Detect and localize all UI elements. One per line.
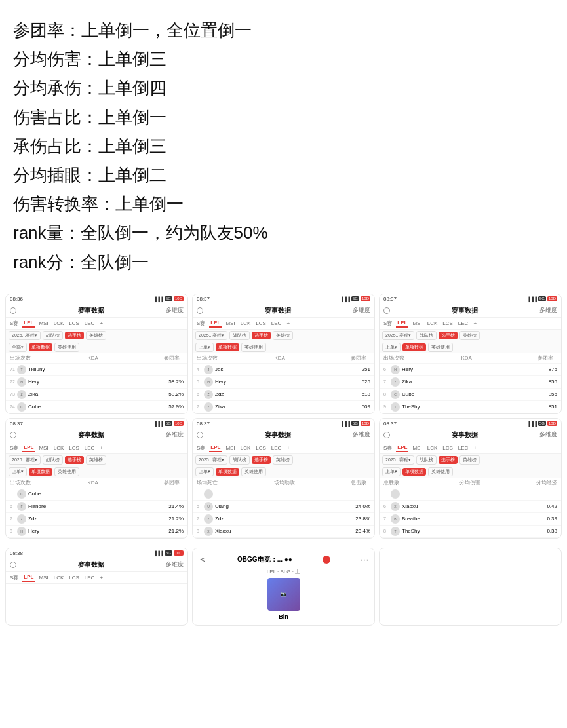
search-icon[interactable]: [197, 307, 203, 314]
tab-MSI[interactable]: MSI: [224, 444, 236, 451]
tab-LCK[interactable]: LCK: [52, 444, 66, 451]
sub-filter-[interactable]: 上单▾: [382, 343, 401, 352]
filter-[interactable]: 英雄榜: [459, 331, 480, 340]
filter-[interactable]: 战队榜: [43, 331, 63, 340]
multi-button[interactable]: 多维度: [166, 560, 184, 569]
sub-filter-[interactable]: 上单▾: [382, 467, 401, 476]
sub-filter-[interactable]: 英雄使用: [428, 467, 453, 476]
tab-LEC[interactable]: LEC: [270, 444, 283, 451]
sub-filter-[interactable]: 单项数据: [29, 343, 52, 351]
search-icon[interactable]: [197, 432, 203, 438]
filter-[interactable]: 2025...赛程▾: [9, 331, 41, 340]
tab-LCS[interactable]: LCS: [68, 444, 81, 451]
filter-[interactable]: 选手榜: [439, 332, 458, 339]
sub-filter-[interactable]: 英雄使用: [241, 467, 266, 476]
tab-+[interactable]: +: [285, 320, 291, 327]
sub-filter-[interactable]: 英雄使用: [54, 467, 79, 476]
filter-[interactable]: 战队榜: [43, 455, 63, 465]
tab-S赛[interactable]: S赛: [382, 444, 393, 452]
sub-filter-[interactable]: 单项数据: [29, 468, 52, 476]
search-icon[interactable]: [10, 562, 16, 568]
sub-filter-[interactable]: 上单▾: [195, 343, 214, 352]
record-button[interactable]: [323, 556, 330, 564]
tab-LEC[interactable]: LEC: [270, 320, 283, 327]
filter-[interactable]: 2025...赛程▾: [9, 455, 41, 465]
tab-+[interactable]: +: [472, 444, 478, 451]
tab-LPL[interactable]: LPL: [22, 573, 35, 582]
multi-button[interactable]: 多维度: [353, 431, 370, 439]
more-button[interactable]: ···: [361, 555, 369, 564]
filter-[interactable]: 战队榜: [416, 331, 437, 340]
tab-LPL[interactable]: LPL: [22, 319, 35, 328]
tab-+[interactable]: +: [98, 320, 104, 327]
filter-[interactable]: 选手榜: [65, 332, 84, 339]
search-icon[interactable]: [10, 432, 16, 438]
tab-LEC[interactable]: LEC: [457, 444, 470, 451]
sub-filter-[interactable]: 单项数据: [216, 343, 239, 351]
tab-LCS[interactable]: LCS: [441, 444, 454, 451]
tab-LCK[interactable]: LCK: [426, 320, 439, 327]
sub-filter-[interactable]: 单项数据: [402, 468, 426, 476]
tab-LPL[interactable]: LPL: [396, 444, 408, 452]
filter-[interactable]: 战队榜: [416, 455, 437, 465]
tab-LCS[interactable]: LCS: [254, 320, 267, 327]
filter-[interactable]: 战队榜: [229, 455, 250, 465]
sub-filter-[interactable]: 上单▾: [9, 467, 27, 476]
tab-LCS[interactable]: LCS: [441, 320, 454, 327]
filter-[interactable]: 选手榜: [439, 456, 458, 464]
tab-LCK[interactable]: LCK: [426, 444, 439, 451]
tab-+[interactable]: +: [98, 574, 104, 581]
multi-button[interactable]: 多维度: [353, 306, 370, 315]
tab-LCK[interactable]: LCK: [52, 574, 66, 581]
tab-S赛[interactable]: S赛: [9, 573, 20, 582]
multi-button[interactable]: 多维度: [539, 431, 557, 439]
filter-[interactable]: 英雄榜: [86, 455, 106, 465]
tab-+[interactable]: +: [285, 444, 291, 451]
filter-[interactable]: 2025...赛程▾: [195, 455, 227, 465]
tab-S赛[interactable]: S赛: [382, 319, 393, 328]
filter-[interactable]: 选手榜: [252, 332, 271, 339]
search-icon[interactable]: [383, 432, 390, 438]
tab-S赛[interactable]: S赛: [9, 444, 20, 452]
tab-MSI[interactable]: MSI: [37, 574, 49, 581]
filter-[interactable]: 2025...赛程▾: [382, 455, 414, 465]
filter-[interactable]: 英雄榜: [273, 331, 293, 340]
tab-MSI[interactable]: MSI: [224, 320, 236, 327]
tab-MSI[interactable]: MSI: [411, 320, 423, 327]
tab-LCK[interactable]: LCK: [239, 444, 252, 451]
tab-LPL[interactable]: LPL: [396, 319, 408, 328]
filter-[interactable]: 英雄榜: [273, 455, 293, 465]
tab-LCK[interactable]: LCK: [239, 320, 252, 327]
tab-+[interactable]: +: [472, 320, 478, 327]
sub-filter-[interactable]: 英雄使用: [428, 343, 453, 352]
tab-LPL[interactable]: LPL: [22, 444, 35, 452]
sub-filter-[interactable]: 单项数据: [402, 343, 426, 351]
sub-filter-[interactable]: 单项数据: [216, 468, 239, 476]
tab-S赛[interactable]: S赛: [9, 319, 20, 328]
sub-filter-[interactable]: 英雄使用: [241, 343, 266, 352]
filter-[interactable]: 战队榜: [229, 331, 250, 340]
sub-filter-[interactable]: 上单▾: [195, 467, 214, 476]
tab-LCK[interactable]: LCK: [52, 320, 66, 327]
back-button[interactable]: ＜: [198, 554, 207, 565]
filter-[interactable]: 选手榜: [65, 456, 84, 464]
tab-LEC[interactable]: LEC: [83, 444, 96, 451]
tab-LPL[interactable]: LPL: [209, 319, 222, 328]
tab-LCS[interactable]: LCS: [68, 320, 81, 327]
tab-LEC[interactable]: LEC: [83, 320, 96, 327]
multi-button[interactable]: 多维度: [166, 306, 184, 315]
tab-LEC[interactable]: LEC: [83, 574, 96, 581]
filter-[interactable]: 2025...赛程▾: [382, 331, 414, 340]
tab-+[interactable]: +: [98, 444, 104, 451]
tab-LPL[interactable]: LPL: [209, 444, 222, 452]
sub-filter-[interactable]: 英雄使用: [54, 343, 79, 352]
tab-LCS[interactable]: LCS: [254, 444, 267, 451]
tab-LEC[interactable]: LEC: [457, 320, 470, 327]
search-icon[interactable]: [383, 307, 390, 314]
tab-MSI[interactable]: MSI: [37, 320, 49, 327]
multi-button[interactable]: 多维度: [166, 431, 184, 439]
filter-[interactable]: 2025...赛程▾: [195, 331, 227, 340]
sub-filter-[interactable]: 全部▾: [9, 343, 27, 352]
filter-[interactable]: 英雄榜: [459, 455, 480, 465]
search-icon[interactable]: [10, 307, 16, 314]
